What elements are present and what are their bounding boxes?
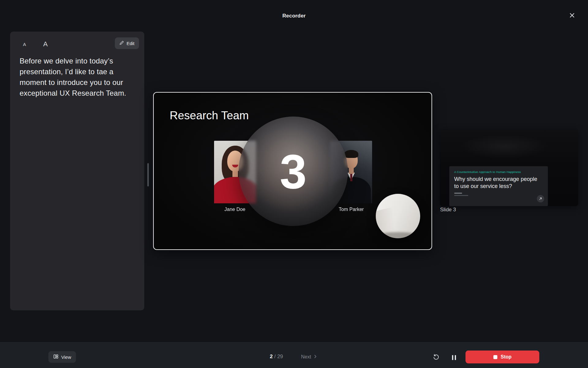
next-slide-meta-line — [454, 195, 468, 196]
photo-detail — [350, 173, 352, 181]
pause-icon — [455, 355, 456, 360]
next-button-label: Next — [301, 354, 311, 360]
current-slide-preview: Research Team 3 Jane Doe Tom Parker — [153, 92, 432, 250]
member-name-tom: Tom Parker — [339, 207, 364, 212]
pencil-icon — [119, 40, 124, 46]
page-separator: / — [274, 354, 276, 359]
next-slide-eyebrow: A Counterintuitive Approach to Human Hap… — [454, 170, 543, 174]
chevron-right-icon — [313, 354, 318, 360]
close-icon — [569, 12, 575, 20]
stop-square-icon — [493, 355, 497, 359]
member-name-jane: Jane Doe — [224, 207, 246, 212]
edit-button-label: Edit — [126, 41, 134, 46]
slide-page-indicator: 2/29 — [262, 354, 291, 360]
view-layout-icon — [53, 354, 58, 360]
page-title: Recorder — [0, 13, 588, 19]
font-size-controls: A A — [23, 39, 48, 49]
view-button-label: View — [61, 355, 71, 360]
recorder-window: Recorder A A Edit Before we delve into t… — [0, 0, 588, 368]
share-arrow-icon — [537, 195, 544, 202]
pause-recording-button[interactable] — [449, 353, 459, 362]
next-slide-meta-line — [454, 193, 462, 194]
restart-icon — [433, 354, 439, 362]
next-slide-question: Why should we encourage people to use ou… — [454, 176, 537, 190]
teleprompter-scrollbar[interactable] — [147, 163, 149, 186]
slide-title: Research Team — [170, 109, 249, 122]
teleprompter-script: Before we delve into today’s presentatio… — [20, 56, 129, 98]
photo-detail — [344, 150, 358, 158]
next-slide-card: A Counterintuitive Approach to Human Hap… — [449, 166, 548, 206]
font-size-large-button[interactable]: A — [43, 40, 48, 48]
pause-icon — [452, 355, 453, 360]
font-size-small-button[interactable]: A — [23, 42, 26, 47]
next-slide-caption: Slide 3 — [440, 207, 456, 213]
close-button[interactable] — [567, 10, 578, 21]
webcam-preview-bubble[interactable] — [376, 194, 420, 238]
stop-button-label: Stop — [501, 354, 512, 360]
current-slide-number: 2 — [270, 354, 273, 359]
countdown-number: 3 — [280, 147, 307, 196]
stop-recording-button[interactable]: Stop — [466, 351, 539, 363]
next-slide-button[interactable]: Next — [298, 351, 321, 363]
footer-bar: View 2/29 Next Stop — [0, 342, 588, 368]
view-button[interactable]: View — [48, 351, 76, 363]
edit-button[interactable]: Edit — [115, 37, 139, 49]
total-slide-count: 29 — [277, 354, 283, 359]
teleprompter-panel: A A Edit Before we delve into today’s pr… — [10, 32, 144, 310]
restart-recording-button[interactable] — [431, 353, 441, 362]
countdown-circle: 3 — [239, 117, 348, 226]
next-slide-thumbnail[interactable]: A Counterintuitive Approach to Human Hap… — [440, 129, 578, 206]
